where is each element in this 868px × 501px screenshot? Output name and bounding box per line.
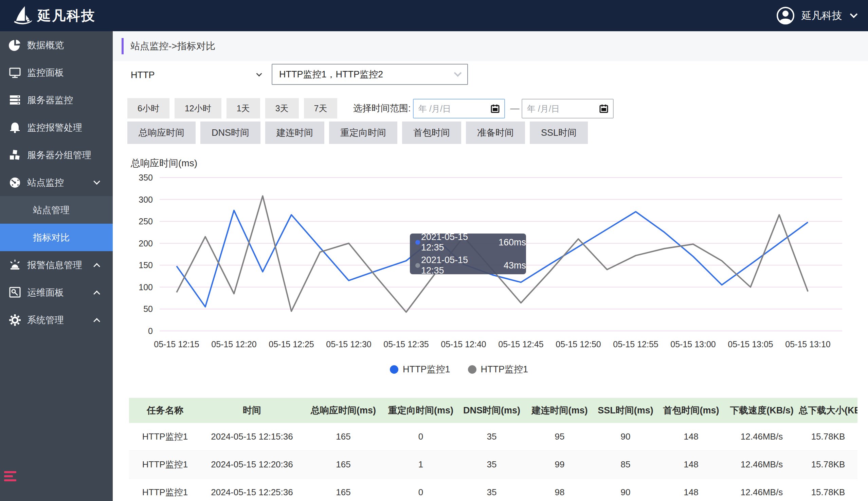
gauge-icon bbox=[8, 176, 22, 189]
metric-button-1[interactable]: DNS时间 bbox=[200, 121, 261, 144]
table-header-cell: 任务名称 bbox=[129, 404, 201, 416]
sidebar-subitem-0[interactable]: 站点管理 bbox=[0, 196, 113, 224]
svg-text:05-15 12:30: 05-15 12:30 bbox=[326, 339, 371, 349]
table-row-2: HTTP监控12024-05-15 12:25:3616503598901481… bbox=[129, 479, 857, 501]
metric-button-5[interactable]: 准备时间 bbox=[466, 121, 525, 144]
sidebar-group-1[interactable]: 运维面板 bbox=[0, 279, 113, 306]
alarm-light-icon bbox=[8, 258, 22, 272]
table-cell: 90 bbox=[594, 431, 657, 442]
svg-text:0: 0 bbox=[148, 326, 153, 336]
monitor-icon bbox=[8, 66, 22, 79]
svg-text:05-15 13:05: 05-15 13:05 bbox=[728, 339, 773, 349]
table-cell: HTTP监控1 bbox=[129, 487, 201, 498]
legend-item-1[interactable]: HTTP监控1 bbox=[468, 363, 528, 375]
date-range-separator: — bbox=[508, 98, 522, 118]
sidebar-item-label: 监控面板 bbox=[27, 66, 64, 79]
svg-text:05-15 12:25: 05-15 12:25 bbox=[268, 339, 314, 349]
table-cell: 148 bbox=[657, 431, 725, 442]
sidebar-item-2[interactable]: 服务器监控 bbox=[0, 86, 113, 114]
svg-text:05-15 12:40: 05-15 12:40 bbox=[441, 339, 486, 349]
metric-button-0[interactable]: 总响应时间 bbox=[127, 121, 195, 144]
table-cell: 90 bbox=[594, 487, 657, 498]
table-row-1: HTTP监控12024-05-15 12:20:3616513599851481… bbox=[129, 451, 857, 479]
pie-chart-icon bbox=[8, 38, 22, 52]
svg-text:150: 150 bbox=[139, 260, 153, 270]
table-header-cell: 下载速度(KB/s) bbox=[725, 404, 799, 416]
table-cell: 2024-05-15 12:20:36 bbox=[201, 459, 303, 470]
quick-range-button-4[interactable]: 7天 bbox=[304, 98, 338, 118]
end-date-input[interactable]: 年 /月/日 bbox=[522, 99, 614, 118]
calendar-icon bbox=[600, 104, 608, 113]
table-cell: 148 bbox=[657, 459, 725, 470]
quick-range-button-3[interactable]: 3天 bbox=[265, 98, 299, 118]
server-icon bbox=[8, 93, 22, 107]
table-header-cell: 首包时间(ms) bbox=[657, 404, 725, 416]
start-date-placeholder: 年 /月/日 bbox=[419, 103, 451, 114]
sidebar: 数据概览监控面板服务器监控监控报警处理服务器分组管理站点监控 站点管理指标对比 … bbox=[0, 31, 113, 501]
table-cell: 35 bbox=[458, 431, 526, 442]
svg-text:05-15 13:10: 05-15 13:10 bbox=[785, 339, 830, 349]
sidebar-item-3[interactable]: 监控报警处理 bbox=[0, 114, 113, 141]
quick-range-button-2[interactable]: 1天 bbox=[226, 98, 260, 118]
sidebar-subitem-1[interactable]: 指标对比 bbox=[0, 224, 113, 251]
breadcrumb: 站点监控->指标对比 bbox=[130, 31, 215, 61]
table-cell: 2024-05-15 12:15:36 bbox=[201, 431, 303, 442]
svg-text:05-15 12:45: 05-15 12:45 bbox=[498, 339, 543, 349]
tooltip-value: 160ms bbox=[498, 237, 526, 248]
table-cell: 1 bbox=[384, 459, 458, 470]
svg-text:05-15 12:15: 05-15 12:15 bbox=[154, 339, 199, 349]
metric-button-3[interactable]: 重定向时间 bbox=[329, 121, 397, 144]
tooltip-value: 43ms bbox=[504, 260, 526, 271]
metric-button-4[interactable]: 首包时间 bbox=[402, 121, 461, 144]
sidebar-item-4[interactable]: 服务器分组管理 bbox=[0, 141, 113, 169]
gear-icon bbox=[8, 313, 22, 327]
metric-button-2[interactable]: 建连时间 bbox=[265, 121, 324, 144]
series-dot-icon bbox=[415, 263, 420, 268]
calendar-icon bbox=[491, 104, 499, 113]
table-header-row: 任务名称时间总响应时间(ms)重定向时间(ms)DNS时间(ms)建连时间(ms… bbox=[129, 398, 857, 423]
cubes-icon bbox=[8, 148, 22, 162]
chart-legend: HTTP监控1HTTP监控1 bbox=[390, 362, 528, 377]
tooltip-time: 2021-05-15 12:35 bbox=[421, 232, 488, 253]
table-cell: 165 bbox=[303, 487, 384, 498]
table-cell: 15.78KB bbox=[799, 431, 857, 442]
tooltip-time: 2021-05-15 12:35 bbox=[421, 255, 494, 276]
sidebar-item-0[interactable]: 数据概览 bbox=[0, 31, 113, 59]
table-header-cell: 时间 bbox=[201, 404, 303, 416]
sidebar-item-5[interactable]: 站点监控 bbox=[0, 169, 113, 196]
end-date-placeholder: 年 /月/日 bbox=[527, 103, 560, 114]
svg-text:50: 50 bbox=[143, 304, 153, 313]
svg-text:05-15 12:20: 05-15 12:20 bbox=[211, 339, 256, 349]
protocol-select[interactable]: HTTP bbox=[131, 65, 263, 85]
metric-button-6[interactable]: SSL时间 bbox=[530, 121, 588, 144]
svg-text:05-15 12:35: 05-15 12:35 bbox=[383, 339, 428, 349]
protocol-select-value: HTTP bbox=[131, 70, 155, 81]
legend-dot-icon bbox=[468, 365, 476, 374]
chevron-down-icon bbox=[93, 178, 100, 185]
start-date-input[interactable]: 年 /月/日 bbox=[413, 99, 505, 118]
legend-item-0[interactable]: HTTP监控1 bbox=[390, 363, 450, 375]
table-cell: HTTP监控1 bbox=[129, 459, 201, 470]
tooltip-row-1: 2021-05-15 12:3543ms bbox=[415, 255, 526, 276]
collapse-sidebar-icon[interactable] bbox=[4, 471, 18, 483]
table-cell: 148 bbox=[657, 487, 725, 498]
sidebar-item-label: 运维面板 bbox=[27, 287, 64, 299]
monitor-select[interactable]: HTTP监控1，HTTP监控2 bbox=[272, 64, 468, 85]
table-header-cell: DNS时间(ms) bbox=[458, 404, 526, 416]
sidebar-item-1[interactable]: 监控面板 bbox=[0, 59, 113, 86]
time-range-label: 选择时间范围: bbox=[353, 98, 411, 118]
svg-text:05-15 12:50: 05-15 12:50 bbox=[555, 339, 601, 349]
table-cell: 85 bbox=[594, 459, 657, 470]
table-cell: 95 bbox=[526, 431, 594, 442]
sidebar-group-0[interactable]: 报警信息管理 bbox=[0, 251, 113, 279]
series-dot-icon bbox=[415, 240, 420, 245]
sidebar-group-2[interactable]: 系统管理 bbox=[0, 306, 113, 334]
table-header-cell: 建连时间(ms) bbox=[526, 404, 594, 416]
table-cell: 15.78KB bbox=[799, 487, 857, 498]
sidebar-item-label: 系统管理 bbox=[27, 314, 64, 326]
quick-range-button-1[interactable]: 12小时 bbox=[174, 98, 221, 118]
user-menu[interactable]: 延凡科技 bbox=[776, 7, 856, 25]
brand-logo[interactable]: 延凡科技 bbox=[12, 4, 96, 27]
quick-range-button-0[interactable]: 6小时 bbox=[127, 98, 169, 118]
quick-range-group: 6小时12小时1天3天7天 bbox=[127, 98, 337, 118]
